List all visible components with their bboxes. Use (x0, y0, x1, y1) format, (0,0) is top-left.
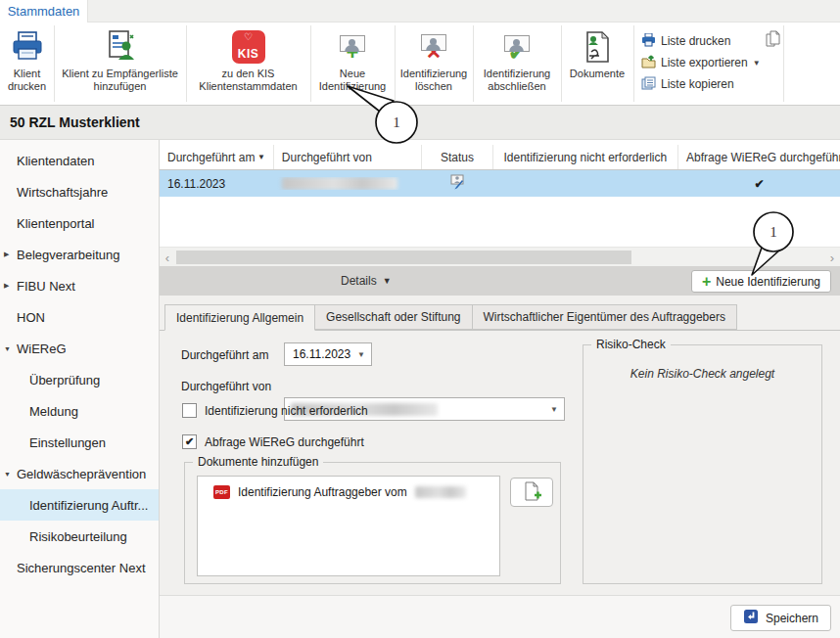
risiko-check-group: Risiko-Check Kein Risiko-Check angelegt (583, 344, 822, 584)
sidebar-item-wiereg[interactable]: ▼WiEReG (0, 333, 159, 364)
speichern-button[interactable]: Speichern (730, 605, 831, 631)
cell-status (422, 174, 492, 193)
redacted-name (282, 177, 397, 190)
checkbox-label: Identifizierung nicht erforderlich (205, 404, 368, 418)
group-title: Dokumente hinzufügen (193, 455, 323, 469)
neue-identifizierung-button[interactable]: + Neue Identifizierung (310, 23, 395, 105)
scrollbar-thumb[interactable] (176, 251, 631, 264)
form-tab-strip: Identifizierung Allgemein Gesellschaft o… (164, 304, 737, 330)
klient-drucken-button[interactable]: Klient drucken (0, 23, 54, 105)
column-header-status[interactable]: Status (422, 145, 492, 169)
table-row[interactable]: 16.11.2023 ✔ (160, 170, 840, 197)
ribbon-button-label: Klient drucken (0, 68, 54, 93)
kis-klientenstammdaten-button[interactable]: ♡ KIS zu den KIS Klientenstammdaten (186, 23, 310, 105)
tab-label: Gesellschaft oder Stiftung (326, 310, 460, 324)
chevron-down-icon: ▼ (550, 405, 558, 414)
button-label: Speichern (766, 612, 818, 625)
dokumente-button[interactable]: Dokumente (561, 23, 633, 105)
column-label: Status (441, 151, 474, 164)
scroll-right-icon[interactable]: › (824, 248, 840, 267)
durchgefuehrt-am-combobox[interactable]: 16.11.2023 ▼ (284, 342, 372, 366)
person-delete-icon: ✕ (421, 28, 446, 66)
sidebar-item-sicherungscenter-next[interactable]: Sicherungscenter Next (0, 552, 159, 583)
sidebar-item-identifizierung-auftraggeber[interactable]: Identifizierung Auftr... (0, 489, 159, 521)
identifizierung-nicht-erforderlich-checkbox[interactable]: Identifizierung nicht erforderlich (182, 403, 368, 418)
redacted-date (415, 486, 466, 498)
neue-identifizierung-inline-button[interactable]: + Neue Identifizierung (691, 270, 831, 293)
table-header-row: Durchgeführt am ▼ Durchgeführt von Statu… (160, 145, 840, 170)
add-document-button[interactable] (510, 478, 553, 507)
check-icon: ✔ (754, 177, 764, 191)
ribbon: Klient drucken Klient zu Empfängerliste … (0, 23, 840, 106)
dokumente-hinzufuegen-group: Dokumente hinzufügen PDF Identifizierung… (184, 462, 561, 584)
liste-kopieren-label: Liste kopieren (661, 77, 734, 91)
export-icon (641, 55, 656, 71)
column-label: Abfrage WiEReG durchgeführt (686, 151, 840, 164)
sidebar-item-label: FIBU Next (17, 279, 75, 294)
column-header-identifizierung-nicht-erforderlich[interactable]: Identifizierung nicht erforderlich (493, 145, 679, 169)
details-toggle[interactable]: Details ▼ (341, 266, 392, 296)
sidebar-item-label: Sicherungscenter Next (17, 561, 146, 575)
risiko-check-empty-text: Kein Risiko-Check angelegt (583, 367, 821, 381)
sidebar-item-klientendaten[interactable]: Klientendaten (0, 145, 159, 176)
sidebar-item-meldung[interactable]: Meldung (0, 395, 159, 427)
tab-stammdaten[interactable]: Stammdaten (0, 0, 88, 23)
column-label: Durchgeführt am (167, 151, 255, 164)
edit-status-icon (448, 174, 466, 193)
sidebar-item-belegverarbeitung[interactable]: ▶Belegverarbeitung (0, 239, 159, 270)
tab-label: Identifizierung Allgemein (176, 311, 303, 325)
tab-identifizierung-allgemein[interactable]: Identifizierung Allgemein (164, 304, 315, 331)
column-label: Identifizierung nicht erforderlich (503, 151, 667, 164)
column-header-durchgefuehrt-am[interactable]: Durchgeführt am ▼ (160, 145, 274, 169)
liste-drucken-label: Liste drucken (661, 34, 730, 48)
kis-icon: ♡ KIS (232, 28, 265, 66)
sidebar-item-label: HON (17, 310, 45, 325)
dokumente-listbox[interactable]: PDF Identifizierung Auftraggeber vom (197, 476, 500, 576)
sidebar-item-hon[interactable]: HON (0, 301, 159, 333)
copy-pages-icon[interactable] (765, 30, 781, 51)
identifizierung-abschliessen-button[interactable]: ✔ Identifizierung abschließen (473, 23, 561, 105)
sidebar-item-fibu-next[interactable]: ▶FIBU Next (0, 270, 159, 301)
sidebar-item-risikobeurteilung[interactable]: Risikobeurteilung (0, 521, 159, 552)
checkbox-unchecked-icon (182, 403, 197, 418)
klient-zu-empfaengerliste-button[interactable]: Klient zu Empfängerliste hinzufügen (54, 23, 186, 105)
ribbon-separator (783, 25, 784, 102)
horizontal-scrollbar[interactable]: ‹ › (160, 247, 840, 266)
sidebar-item-klientenportal[interactable]: Klientenportal (0, 207, 159, 239)
tab-wirtschaftlicher-eigentuemer[interactable]: Wirtschaftlicher Eigentümer des Auftragg… (473, 304, 737, 330)
sidebar-item-label: Klientenportal (17, 216, 95, 231)
durchgefuehrt-von-label: Durchgeführt von (181, 380, 271, 393)
details-bar: Details ▼ + Neue Identifizierung (160, 266, 840, 296)
details-label: Details (341, 274, 377, 288)
dokument-list-item[interactable]: PDF Identifizierung Auftraggeber vom (198, 477, 499, 499)
abfrage-wiereg-checkbox[interactable]: ✔ Abfrage WiEReG durchgeführt (182, 434, 364, 449)
liste-exportieren-button[interactable]: Liste exportieren ▼ (641, 52, 783, 73)
sidebar-item-label: Klientendaten (17, 154, 95, 168)
ribbon-tab-bar: Stammdaten (0, 0, 840, 23)
chevron-right-icon: ▶ (4, 251, 9, 258)
sidebar-item-geldwaeschepraevention[interactable]: ▼Geldwäscheprävention (0, 458, 159, 489)
sidebar-item-label: WiEReG (17, 342, 67, 356)
sidebar-item-label: Risikobeurteilung (29, 529, 127, 544)
pdf-icon: PDF (213, 485, 230, 499)
sidebar-item-einstellungen[interactable]: Einstellungen (0, 427, 159, 458)
tab-gesellschaft-oder-stiftung[interactable]: Gesellschaft oder Stiftung (315, 304, 472, 330)
sidebar-item-wirtschaftsjahre[interactable]: Wirtschaftsjahre (0, 176, 159, 207)
tab-stammdaten-label: Stammdaten (8, 4, 80, 19)
sort-descending-icon: ▼ (257, 153, 265, 161)
sidebar-item-ueberpruefung[interactable]: Überprüfung (0, 364, 159, 395)
liste-exportieren-label: Liste exportieren (661, 56, 748, 69)
durchgefuehrt-am-label: Durchgeführt am (181, 348, 268, 362)
column-header-abfrage-wiereg[interactable]: Abfrage WiEReG durchgeführt (678, 145, 840, 169)
liste-kopieren-button[interactable]: Liste kopieren (641, 73, 783, 95)
sidebar-item-label: Überprüfung (29, 373, 100, 387)
scroll-left-icon[interactable]: ‹ (160, 248, 175, 267)
dokument-label: Identifizierung Auftraggeber vom (238, 485, 407, 499)
identifizierung-loeschen-button[interactable]: ✕ Identifizierung löschen (395, 23, 473, 105)
chevron-down-icon: ▼ (357, 350, 365, 359)
sidebar-item-label: Identifizierung Auftr... (29, 498, 148, 513)
column-header-durchgefuehrt-von[interactable]: Durchgeführt von (274, 145, 422, 169)
printer-icon (11, 28, 44, 66)
liste-drucken-button[interactable]: Liste drucken (641, 30, 783, 52)
copy-list-icon (641, 76, 656, 93)
